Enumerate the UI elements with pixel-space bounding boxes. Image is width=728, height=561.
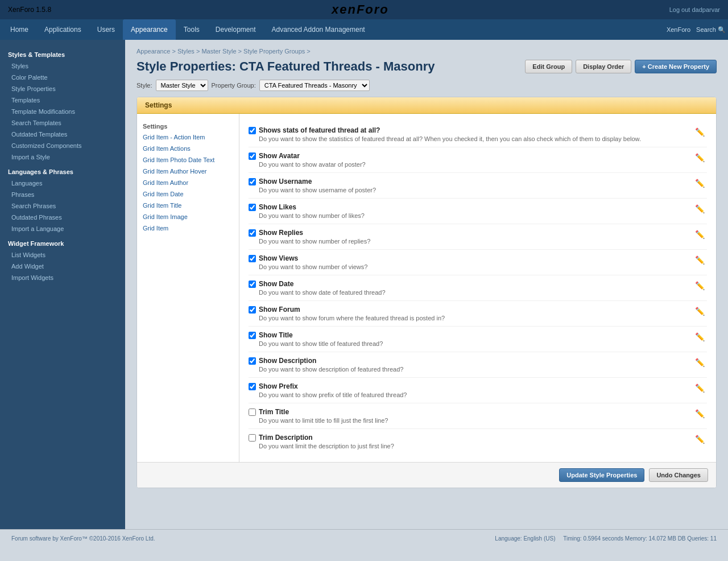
setting-label-show_replies: Show Replies xyxy=(259,229,303,237)
tab-settings[interactable]: Settings xyxy=(137,97,716,114)
nav-item-users[interactable]: Users xyxy=(89,19,123,40)
checkbox-show_replies[interactable] xyxy=(249,229,256,237)
nav-xenforo-link[interactable]: XenForo xyxy=(667,26,690,33)
card-footer: Update Style Properties Undo Changes xyxy=(137,462,716,488)
left-nav-item-0[interactable]: Grid Item - Action Item xyxy=(137,131,239,143)
sidebar-item-styles[interactable]: Styles xyxy=(0,60,125,72)
checkbox-show_prefix[interactable] xyxy=(249,383,256,390)
undo-changes-button[interactable]: Undo Changes xyxy=(649,468,708,482)
page-title: Style Properties: CTA Featured Threads -… xyxy=(136,59,435,74)
edit-icon-show_date[interactable]: ✏️ xyxy=(693,280,707,291)
breadcrumb: Appearance > Styles > Master Style > Sty… xyxy=(136,48,717,55)
setting-desc-show_prefix: Do you want to show prefix of title of f… xyxy=(249,391,693,398)
sidebar-item-search-templates[interactable]: Search Templates xyxy=(0,117,125,129)
setting-desc-trim_title: Do you want to limit title to fill just … xyxy=(249,417,693,424)
sidebar-item-list-widgets[interactable]: List Widgets xyxy=(0,249,125,261)
checkbox-show_avatar[interactable] xyxy=(249,152,256,160)
edit-icon-show_username[interactable]: ✏️ xyxy=(693,178,707,189)
nav-item-tools[interactable]: Tools xyxy=(176,19,208,40)
navbar: Home Applications Users Appearance Tools… xyxy=(0,19,728,40)
edit-icon-show_title[interactable]: ✏️ xyxy=(693,331,707,343)
sidebar-item-templates[interactable]: Templates xyxy=(0,94,125,106)
left-nav-item-6[interactable]: Grid Item Title xyxy=(137,200,239,211)
sidebar-item-search-phrases[interactable]: Search Phrases xyxy=(0,200,125,212)
sidebar-item-outdated-templates[interactable]: Outdated Templates xyxy=(0,129,125,140)
nav-item-advanced-addon[interactable]: Advanced Addon Management xyxy=(264,19,373,40)
sidebar-item-import-widgets[interactable]: Import Widgets xyxy=(0,272,125,283)
left-nav-item-4[interactable]: Grid Item Author xyxy=(137,177,239,188)
nav-item-appearance[interactable]: Appearance xyxy=(123,19,176,40)
setting-label-show_likes: Show Likes xyxy=(259,203,296,211)
left-nav-item-2[interactable]: Grid Item Photo Date Text xyxy=(137,154,239,166)
style-selector-row: Style: Master Style Property Group: CTA … xyxy=(136,80,717,91)
sidebar-item-customized-components[interactable]: Customized Components xyxy=(0,140,125,151)
checkbox-trim_title[interactable] xyxy=(249,409,256,416)
search-button[interactable]: Search 🔍 xyxy=(696,26,726,34)
nav-item-development[interactable]: Development xyxy=(208,19,264,40)
nav-item-applications[interactable]: Applications xyxy=(36,19,89,40)
breadcrumb-styles[interactable]: Styles > xyxy=(177,48,200,55)
update-style-properties-button[interactable]: Update Style Properties xyxy=(559,468,644,482)
nav-item-home[interactable]: Home xyxy=(2,19,36,40)
edit-icon-show_forum[interactable]: ✏️ xyxy=(693,306,707,317)
setting-desc-show_likes: Do you want to show number of likes? xyxy=(249,212,693,219)
breadcrumb-master-style[interactable]: Master Style > xyxy=(201,48,242,55)
setting-label-show_username: Show Username xyxy=(259,178,312,185)
sidebar-item-import-style[interactable]: Import a Style xyxy=(0,151,125,163)
setting-label-trim_description: Trim Description xyxy=(259,434,313,442)
style-select[interactable]: Master Style xyxy=(156,80,208,91)
checkbox-show_forum[interactable] xyxy=(249,306,256,314)
sidebar: Styles & Templates Styles Color Palette … xyxy=(0,40,125,529)
breadcrumb-property-groups[interactable]: Style Property Groups > xyxy=(243,48,311,55)
version-label: XenForo 1.5.8 xyxy=(8,6,51,14)
sidebar-item-color-palette[interactable]: Color Palette xyxy=(0,72,125,83)
edit-icon-trim_description[interactable]: ✏️ xyxy=(693,434,707,445)
checkbox-show_description[interactable] xyxy=(249,357,256,365)
edit-icon-show_avatar[interactable]: ✏️ xyxy=(693,152,707,163)
left-nav-item-3[interactable]: Grid Item Author Hover xyxy=(137,166,239,177)
left-nav-item-8[interactable]: Grid Item xyxy=(137,222,239,234)
edit-icon-trim_title[interactable]: ✏️ xyxy=(693,408,707,419)
edit-icon-show_prefix[interactable]: ✏️ xyxy=(693,382,707,394)
setting-desc-show_description: Do you want to show description of featu… xyxy=(249,366,693,373)
setting-row-show_description: Show DescriptionDo you want to show desc… xyxy=(249,352,707,378)
breadcrumb-appearance[interactable]: Appearance > xyxy=(136,48,176,55)
sidebar-item-import-language[interactable]: Import a Language xyxy=(0,223,125,234)
create-new-property-button[interactable]: + Create New Property xyxy=(635,60,717,73)
checkbox-show_views[interactable] xyxy=(249,255,256,262)
left-nav-item-7[interactable]: Grid Item Image xyxy=(137,211,239,222)
logout-button[interactable]: Log out dadparvar xyxy=(669,6,720,13)
sidebar-item-add-widget[interactable]: Add Widget xyxy=(0,261,125,272)
sidebar-item-languages[interactable]: Languages xyxy=(0,178,125,189)
checkbox-trim_description[interactable] xyxy=(249,434,256,442)
setting-desc-show_date: Do you want to show date of featured thr… xyxy=(249,289,693,296)
settings-panel: Shows stats of featured thread at all?Do… xyxy=(239,114,716,462)
sidebar-item-template-modifications[interactable]: Template Modifications xyxy=(0,106,125,117)
property-group-select[interactable]: CTA Featured Threads - Masonry xyxy=(259,80,370,91)
edit-group-button[interactable]: Edit Group xyxy=(525,60,572,73)
edit-icon-show_likes[interactable]: ✏️ xyxy=(693,203,707,214)
page-header: Style Properties: CTA Featured Threads -… xyxy=(136,59,717,74)
left-nav-item-1[interactable]: Grid Item Actions xyxy=(137,143,239,154)
edit-icon-show_replies[interactable]: ✏️ xyxy=(693,229,707,240)
setting-desc-show_title: Do you want to show title of featured th… xyxy=(249,340,693,347)
setting-label-show_date: Show Date xyxy=(259,280,293,288)
checkbox-show_title[interactable] xyxy=(249,332,256,339)
sidebar-item-style-properties[interactable]: Style Properties xyxy=(0,83,125,94)
display-order-button[interactable]: Display Order xyxy=(576,60,631,73)
setting-label-show_stats: Shows stats of featured thread at all? xyxy=(259,126,380,134)
checkbox-show_date[interactable] xyxy=(249,280,256,288)
checkbox-show_username[interactable] xyxy=(249,178,256,185)
edit-icon-show_views[interactable]: ✏️ xyxy=(693,254,707,266)
sidebar-item-outdated-phrases[interactable]: Outdated Phrases xyxy=(0,212,125,223)
checkbox-show_likes[interactable] xyxy=(249,204,256,211)
setting-row-show_replies: Show RepliesDo you want to show number o… xyxy=(249,224,707,250)
setting-row-show_prefix: Show PrefixDo you want to show prefix of… xyxy=(249,378,707,403)
left-nav-item-5[interactable]: Grid Item Date xyxy=(137,188,239,200)
checkbox-show_stats[interactable] xyxy=(249,127,256,134)
setting-row-show_views: Show ViewsDo you want to show number of … xyxy=(249,250,707,275)
edit-icon-show_description[interactable]: ✏️ xyxy=(693,357,707,368)
sidebar-item-phrases[interactable]: Phrases xyxy=(0,189,125,200)
edit-icon-show_stats[interactable]: ✏️ xyxy=(693,126,707,138)
style-label: Style: xyxy=(136,82,152,89)
